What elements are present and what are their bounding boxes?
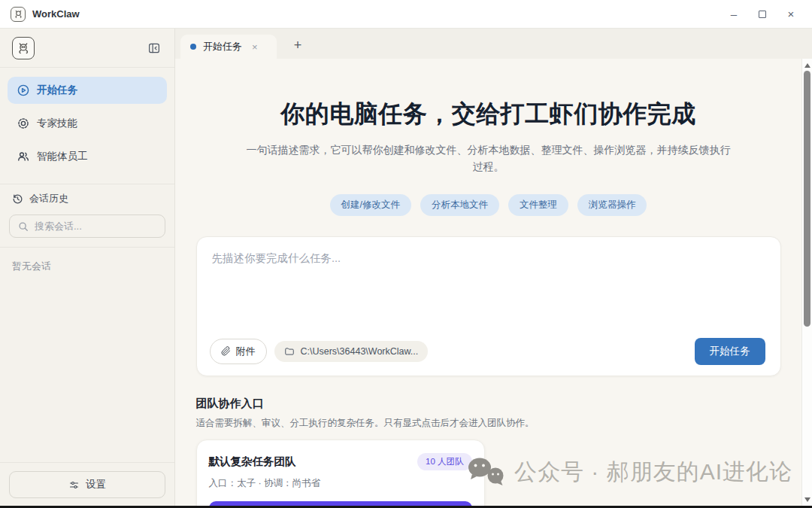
start-task-button[interactable]: 开始任务 <box>695 338 765 365</box>
search-input[interactable] <box>35 221 147 232</box>
sidebar: 开始任务 专家技能 智能体员工 <box>0 29 175 508</box>
chip-analyze-local-files[interactable]: 分析本地文件 <box>420 194 499 216</box>
settings-button[interactable]: 设置 <box>9 471 165 498</box>
task-input[interactable] <box>197 237 780 327</box>
working-directory-path: C:\Users\36443\WorkClaw... <box>301 346 419 357</box>
page-title: 你的电脑任务，交给打工虾们协作完成 <box>196 98 781 131</box>
scroll-up-icon[interactable] <box>804 63 810 68</box>
app-title: WorkClaw <box>32 8 80 20</box>
sidebar-logo-icon[interactable] <box>12 37 35 59</box>
maximize-button[interactable] <box>756 8 768 20</box>
sidebar-header <box>0 29 174 68</box>
composer-toolbar: 附件 C:\Users\36443\WorkClaw... 开始任务 <box>210 338 765 365</box>
close-button[interactable]: × <box>785 8 797 20</box>
app-window: WorkClaw – × <box>0 0 812 508</box>
tab-close-icon[interactable]: × <box>252 41 258 53</box>
users-icon <box>17 151 29 163</box>
search-icon <box>18 221 29 232</box>
sidebar-item-label: 智能体员工 <box>37 150 88 163</box>
session-history-label: 会话历史 <box>29 192 68 205</box>
team-collaboration-section: 团队协作入口 适合需要拆解、审议、分工执行的复杂任务。只有显式点击后才会进入团队… <box>196 397 781 508</box>
maximize-icon <box>759 11 766 18</box>
task-composer-card: 附件 C:\Users\36443\WorkClaw... 开始任务 <box>196 236 781 376</box>
page-content: 你的电脑任务，交给打工虾们协作完成 一句话描述需求，它可以帮你创建和修改文件、分… <box>175 59 801 508</box>
folder-icon <box>284 346 295 357</box>
chip-file-organize[interactable]: 文件整理 <box>508 194 568 216</box>
sidebar-footer: 设置 <box>0 462 174 508</box>
chip-create-modify-files[interactable]: 创建/修改文件 <box>330 194 411 216</box>
workspace: 开始任务 专家技能 智能体员工 <box>0 29 812 508</box>
minimize-button[interactable]: – <box>728 8 740 20</box>
new-tab-button[interactable]: + <box>289 36 307 54</box>
sidebar-item-start-task[interactable]: 开始任务 <box>8 77 167 104</box>
sidebar-item-label: 开始任务 <box>37 84 77 97</box>
sliders-icon <box>68 479 80 491</box>
team-section-title: 团队协作入口 <box>196 397 781 411</box>
no-sessions-text: 暂无会话 <box>0 248 174 462</box>
collapse-sidebar-button[interactable] <box>146 40 162 56</box>
page-subtitle: 一句话描述需求，它可以帮你创建和修改文件、分析本地数据、整理文件、操作浏览器，并… <box>245 141 732 175</box>
play-circle-icon <box>17 84 29 96</box>
team-size-badge: 10 人团队 <box>417 453 472 470</box>
tab-bar: 开始任务 × + <box>175 29 812 59</box>
main-area: 开始任务 × + 你的电脑任务，交给打工虾们协作完成 一句话描述需求，它可以帮你… <box>175 29 812 508</box>
team-meta: 入口：太子 · 协调：尚书省 <box>209 477 472 490</box>
watermark: 公众号 · 郝朋友的AI进化论 <box>466 456 792 488</box>
vertical-scrollbar[interactable] <box>801 59 812 508</box>
app-logo-icon <box>11 7 26 22</box>
sidebar-item-agent-staff[interactable]: 智能体员工 <box>8 143 167 170</box>
attachment-button[interactable]: 附件 <box>210 339 267 364</box>
sidebar-nav: 开始任务 专家技能 智能体员工 <box>0 68 174 184</box>
search-box[interactable] <box>9 214 165 238</box>
watermark-text: 公众号 · 郝朋友的AI进化论 <box>514 457 792 488</box>
settings-label: 设置 <box>86 478 106 491</box>
scroll-down-icon[interactable] <box>804 497 810 502</box>
wechat-icon <box>466 456 505 488</box>
history-clock-icon <box>12 193 23 205</box>
working-directory-chip[interactable]: C:\Users\36443\WorkClaw... <box>274 341 429 362</box>
tab-start-task[interactable]: 开始任务 × <box>180 35 277 59</box>
chip-browser-operation[interactable]: 浏览器操作 <box>577 194 647 216</box>
tab-label: 开始任务 <box>203 40 242 53</box>
session-search <box>0 210 174 248</box>
paperclip-icon <box>221 346 231 356</box>
attachment-label: 附件 <box>236 345 256 358</box>
sidebar-item-expert-skills[interactable]: 专家技能 <box>8 110 167 137</box>
capability-chips: 创建/修改文件 分析本地文件 文件整理 浏览器操作 <box>196 194 781 216</box>
sidebar-item-label: 专家技能 <box>37 117 77 130</box>
gear-icon <box>17 117 29 129</box>
session-history-header: 会话历史 <box>0 184 174 210</box>
titlebar: WorkClaw – × <box>0 0 812 29</box>
collapse-panel-icon <box>147 41 161 55</box>
scrollbar-thumb[interactable] <box>804 71 810 327</box>
team-card: 默认复杂任务团队 10 人团队 入口：太子 · 协调：尚书省 交给团队处理 <box>196 440 485 508</box>
tab-active-dot-icon <box>190 44 196 50</box>
window-controls: – × <box>728 8 801 20</box>
team-section-description: 适合需要拆解、审议、分工执行的复杂任务。只有显式点击后才会进入团队协作。 <box>196 417 781 430</box>
team-name: 默认复杂任务团队 <box>209 455 296 469</box>
